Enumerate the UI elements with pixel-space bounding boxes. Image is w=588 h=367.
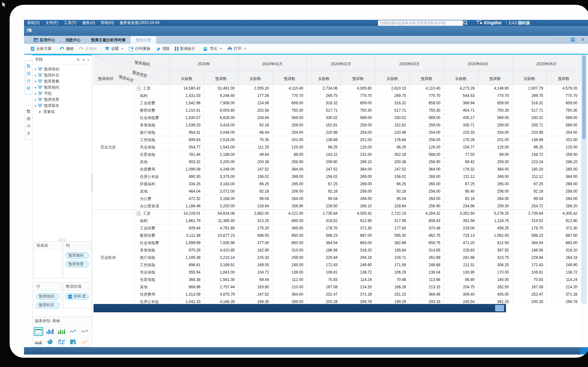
value-cell[interactable]: 750.30 [410,107,444,114]
value-cell[interactable]: 364.00 [478,166,512,173]
value-cell[interactable]: 175.20 [238,225,273,232]
value-cell[interactable]: 659.00 [478,100,512,107]
value-cell[interactable]: 251.23 [375,291,410,298]
value-cell[interactable]: 185.64 [375,247,410,254]
value-cell[interactable]: 435.17 [444,114,478,122]
value-cell[interactable]: 1,661.79 [170,217,204,225]
field-filter-caret-icon[interactable]: ▾ [83,58,85,62]
value-cell[interactable]: 200.28 [307,298,341,303]
value-cell[interactable]: 140.00 [478,276,512,283]
period-group-header[interactable]: ·2020年01月 [238,55,307,71]
value-cell[interactable]: 371.28 [341,291,375,298]
value-cell[interactable]: 4,791.65 [204,225,238,232]
value-cell[interactable]: 306.25 [478,261,512,269]
value-cell[interactable]: 228.64 [238,203,273,210]
value-cell[interactable]: 372.30 [341,225,375,232]
value-cell[interactable]: 663.00 [341,239,375,247]
subject-cell[interactable]: ·医疗保险 [135,254,170,261]
value-cell[interactable]: 368.38 [170,276,204,283]
field-tree-item[interactable]: 币别 [34,91,91,97]
message-shortcut-icon[interactable] [26,28,32,33]
value-cell[interactable]: 286.20 [547,203,581,210]
value-cell[interactable]: 5,276.25 [478,210,512,217]
value-cell[interactable]: 125.00 [410,144,444,151]
subject-cell[interactable]: ·社会保险费 [135,114,170,122]
value-cell[interactable]: 256.00 [341,188,375,195]
value-cell[interactable]: 256.90 [273,203,307,210]
value-cell[interactable]: 733.13 [444,232,478,239]
expand-arrow-icon[interactable] [35,80,37,83]
value-cell[interactable]: 313.25 [238,217,273,225]
value-cell[interactable]: 1,543.00 [204,144,238,151]
value-cell[interactable]: 4,305.60 [341,85,375,92]
measure-header[interactable]: ·实际数 [444,71,478,85]
value-cell[interactable]: 770.70 [273,92,307,100]
value-cell[interactable]: 70.35 [238,136,273,144]
value-cell[interactable]: 555.54 [170,269,204,276]
value-cell[interactable]: 264.18 [341,254,375,261]
value-cell[interactable]: 391.56 [444,217,478,225]
value-cell[interactable]: 384.54 [307,239,341,247]
value-cell[interactable]: 569.00 [547,122,581,129]
value-cell[interactable]: 370.48 [410,225,444,232]
value-cell[interactable]: 4,579.20 [547,85,581,92]
value-cell[interactable]: 256.90 [410,203,444,210]
suspend-exec-button[interactable]: 暂缓执行 [175,46,195,52]
value-cell[interactable]: 4,410.85 [204,247,238,254]
value-cell[interactable]: 269.75 [375,92,410,100]
value-cell[interactable]: 77.50 [444,151,478,158]
value-cell[interactable]: 176.32 [444,166,478,173]
value-cell[interactable]: 364.00 [273,166,307,173]
value-cell[interactable]: 224.06 [238,100,273,107]
value-cell[interactable]: 1,118.75 [478,217,512,225]
measure-header[interactable]: ·实际数 [375,71,410,85]
value-cell[interactable]: 264.00 [410,195,444,203]
value-cell[interactable]: 67.25 [512,180,547,188]
value-cell[interactable]: 92.16 [307,188,341,195]
value-cell[interactable]: 112.00 [273,276,307,283]
value-cell[interactable]: 3,072.00 [204,188,238,195]
value-cell[interactable]: 182.90 [238,247,273,254]
value-cell[interactable]: 4,110.40 [410,85,444,92]
value-cell[interactable]: 229.84 [307,254,341,261]
value-cell[interactable]: 239.50 [307,203,341,210]
search-icon[interactable] [463,20,468,25]
period-group-header[interactable]: ·2020年03月 [375,55,444,71]
value-cell[interactable]: 201.00 [547,136,581,144]
value-cell[interactable]: 9,248.40 [204,92,238,100]
menu-tools[interactable]: 工具(T) [64,20,76,26]
value-cell[interactable]: 750.30 [478,107,512,114]
value-cell[interactable]: 7,908.00 [204,100,238,107]
value-cell[interactable]: 96.25 [512,144,547,151]
value-cell[interactable]: 201.00 [273,136,307,144]
expand-arrow-icon[interactable] [35,99,37,101]
value-cell[interactable]: 259.00 [410,122,444,129]
value-cell[interactable]: 3,183.00 [204,180,238,188]
value-cell[interactable]: 281.66 [444,254,478,261]
value-cell[interactable]: 220.98 [375,129,410,136]
value-cell[interactable]: 254.00 [341,129,375,136]
value-cell[interactable]: 247.52 [375,166,410,173]
value-cell[interactable]: 177.83 [375,225,410,232]
value-cell[interactable]: 202.58 [238,107,273,114]
value-cell[interactable]: 335.71 [444,122,478,129]
value-cell[interactable]: 256.00 [273,188,307,195]
value-cell[interactable]: 70.83 [512,276,547,283]
value-cell[interactable]: 248.68 [410,261,444,269]
value-cell[interactable]: 89.00 [273,151,307,158]
value-cell[interactable]: 377.00 [238,239,273,247]
measure-header[interactable]: ·预算数 [478,71,512,85]
subject-cell[interactable]: ·失业保险 [135,269,170,276]
subject-cell[interactable]: ·其他 [135,158,170,166]
value-cell[interactable]: 4,284.32 [410,210,444,217]
value-cell[interactable]: 265.00 [273,180,307,188]
value-cell[interactable]: 259.00 [273,254,307,261]
rows-pill[interactable]: 预算组织 [36,293,60,300]
value-cell[interactable]: 172.43 [512,261,547,269]
value-cell[interactable]: 316.32 [375,100,410,107]
value-cell[interactable]: 256.00 [410,136,444,144]
expand-arrow-icon[interactable] [35,74,37,77]
value-cell[interactable]: 220.98 [307,129,341,136]
chart-type-treemap-icon[interactable] [68,337,78,346]
value-cell[interactable]: 4,875.79 [204,291,238,298]
